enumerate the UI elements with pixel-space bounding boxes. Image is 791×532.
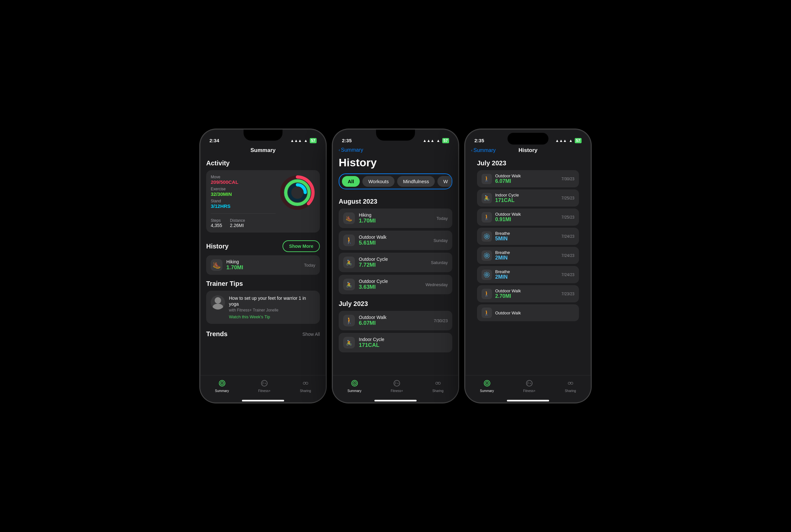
nav-fitness-3[interactable]: F+ Fitness+ — [523, 379, 536, 393]
p3-name-5: Breathe — [495, 269, 558, 274]
trainer-tip-title: How to set up your feet for warrior 1 in… — [229, 295, 315, 307]
p3-val-0: 6.07MI — [495, 178, 558, 184]
aug-info-3: Outdoor Cycle 3.63MI — [359, 279, 422, 290]
p3-icon-3 — [482, 231, 492, 242]
nav-sharing-1[interactable]: Sharing — [300, 379, 311, 393]
signal-icon-1: ▲▲▲ — [290, 138, 302, 143]
filter-all[interactable]: All — [342, 176, 360, 187]
nav-label-summary-2: Summary — [347, 389, 361, 393]
jul-item-1[interactable]: 🚴 Indoor Cycle 171CAL — [339, 333, 452, 353]
back-chevron-2: ‹ — [339, 148, 340, 152]
nav-summary-3[interactable]: Summary — [480, 379, 494, 393]
battery-icon-2: 57 — [442, 138, 449, 143]
phone-scroll-1[interactable]: Summary Activity Move 209/500CAL Exercis… — [200, 146, 326, 375]
back-button-2[interactable]: ‹ Summary — [339, 147, 363, 153]
aug-item-3[interactable]: 🚴 Outdoor Cycle 3.63MI Wednesday — [339, 275, 452, 294]
month-title-july-3: July 2023 — [477, 157, 579, 170]
nav-label-sharing-3: Sharing — [565, 389, 576, 393]
phone-content-2: ‹ Summary History All Workouts Mindfulne… — [333, 146, 458, 402]
phone-scroll-2[interactable]: August 2023 🥾 Hiking 1.70MI Today 🚶 Outd… — [333, 195, 458, 375]
jul-date-0: 7/30/23 — [434, 318, 448, 323]
nav-fitness-1[interactable]: F+ Fitness+ — [258, 379, 270, 393]
p3-info-6: Outdoor Walk 2.70MI — [495, 288, 558, 299]
aug-info-1: Outdoor Walk 5.61MI — [359, 234, 430, 246]
signal-icon-3: ▲▲▲ — [555, 138, 567, 143]
back-label-3: Summary — [474, 148, 496, 153]
p3-date-6: 7/23/23 — [561, 292, 574, 296]
p3-val-6: 2.70MI — [495, 293, 558, 299]
phone-notch — [244, 130, 283, 140]
phone-header-3: ‹ Summary History — [465, 146, 591, 157]
jul-name-0: Outdoor Walk — [359, 315, 430, 320]
signal-icon-2: ▲▲▲ — [423, 138, 435, 143]
aug-item-0[interactable]: 🥾 Hiking 1.70MI Today — [339, 209, 452, 228]
p3-item-3[interactable]: Breathe 5MIN 7/24/23 — [477, 228, 579, 245]
exercise-stat: Exercise 32/30MIN — [211, 187, 276, 197]
filter-workouts[interactable]: Workouts — [362, 176, 394, 187]
aug-item-1[interactable]: 🚶 Outdoor Walk 5.61MI Sunday — [339, 231, 452, 250]
back-button-3[interactable]: ‹ Summary — [471, 148, 496, 153]
p3-val-4: 2MIN — [495, 255, 558, 261]
aug-date-3: Wednesday — [426, 282, 448, 287]
aug-val-3: 3.63MI — [359, 284, 422, 290]
p3-date-2: 7/25/23 — [561, 215, 574, 220]
svg-text:F+: F+ — [527, 381, 532, 385]
nav-summary-1[interactable]: Summary — [215, 379, 229, 393]
svg-point-33 — [486, 383, 487, 384]
p3-date-3: 7/24/23 — [561, 234, 574, 239]
show-all-label[interactable]: Show All — [302, 331, 320, 337]
p3-item-0[interactable]: 🚶 Outdoor Walk 6.07MI 7/30/23 — [477, 170, 579, 187]
history-item-0[interactable]: 🥾 Hiking 1.70MI Today — [206, 255, 320, 275]
battery-icon-1: 57 — [310, 138, 316, 143]
rings-svg — [279, 175, 315, 210]
p3-info-3: Breathe 5MIN — [495, 231, 558, 242]
steps-label: Steps — [211, 218, 222, 223]
move-stat: Move 209/500CAL — [211, 175, 276, 185]
aug-icon-3: 🚴 — [343, 279, 355, 290]
fitness-nav-icon-3: F+ — [525, 379, 534, 388]
filter-tabs-2: All Workouts Mindfulness W — [339, 173, 452, 189]
workout-info-0: Hiking 1.70MI — [226, 259, 300, 271]
filter-mindfulness[interactable]: Mindfulness — [397, 176, 435, 187]
svg-point-27 — [486, 255, 487, 256]
watch-link[interactable]: Watch this Week's Tip — [229, 315, 315, 319]
steps-item: Steps 4,355 — [211, 218, 222, 228]
nav-label-fitness-2: Fitness+ — [391, 389, 403, 393]
nav-sharing-2[interactable]: Sharing — [432, 379, 443, 393]
steps-value: 4,355 — [211, 223, 222, 228]
p3-item-2[interactable]: 🚶 Outdoor Walk 0.91MI 7/25/23 — [477, 209, 579, 226]
summary-nav-icon-2 — [350, 379, 359, 388]
p3-icon-1: 🚴 — [482, 193, 492, 203]
history-header: History Show More — [206, 239, 320, 255]
p3-item-4[interactable]: Breathe 2MIN 7/24/23 — [477, 247, 579, 264]
jul-icon-1: 🚴 — [343, 337, 355, 348]
svg-point-10 — [221, 383, 223, 384]
nav-fitness-2[interactable]: F+ Fitness+ — [391, 379, 403, 393]
svg-text:F+: F+ — [263, 381, 267, 385]
exercise-value: 32/30MIN — [211, 191, 276, 197]
filter-w[interactable]: W — [437, 176, 452, 187]
history-title-2: History — [339, 155, 452, 173]
phone-scroll-3[interactable]: July 2023 🚶 Outdoor Walk 6.07MI 7/30/23 — [465, 157, 591, 375]
aug-info-0: Hiking 1.70MI — [359, 212, 432, 224]
p3-item-6[interactable]: 🚶 Outdoor Walk 2.70MI 7/23/23 — [477, 285, 579, 302]
trainer-tip-sub: with Fitness+ Trainer Jonelle — [229, 308, 315, 312]
month-july-2: July 2023 🚶 Outdoor Walk 6.07MI 7/30/23 … — [339, 298, 452, 353]
trends-title: Trends — [206, 330, 228, 338]
sharing-nav-icon-1 — [301, 379, 310, 388]
jul-item-0[interactable]: 🚶 Outdoor Walk 6.07MI 7/30/23 — [339, 311, 452, 330]
sharing-nav-icon-2 — [433, 379, 443, 388]
p3-icon-2: 🚶 — [482, 212, 492, 223]
nav-summary-2[interactable]: Summary — [347, 379, 361, 393]
phones-container: 2:34 ▲▲▲ ▲ 57 Summary Activity Move 209/… — [200, 129, 591, 403]
back-nav-2: ‹ Summary — [339, 146, 452, 155]
nav-sharing-3[interactable]: Sharing — [565, 379, 576, 393]
trainer-tip-card[interactable]: How to set up your feet for warrior 1 in… — [206, 291, 320, 324]
aug-item-2[interactable]: 🚴 Outdoor Cycle 7.72MI Saturday — [339, 253, 452, 272]
p3-item-5[interactable]: Breathe 2MIN 7/24/23 — [477, 266, 579, 283]
p3-item-1[interactable]: 🚴 Indoor Cycle 171CAL 7/25/23 — [477, 189, 579, 207]
fitness-nav-icon-1: F+ — [260, 379, 269, 388]
show-more-button[interactable]: Show More — [283, 240, 320, 252]
p3-item-7[interactable]: 🚶 Outdoor Walk — [477, 304, 579, 321]
stand-value: 3/12HRS — [211, 203, 276, 209]
